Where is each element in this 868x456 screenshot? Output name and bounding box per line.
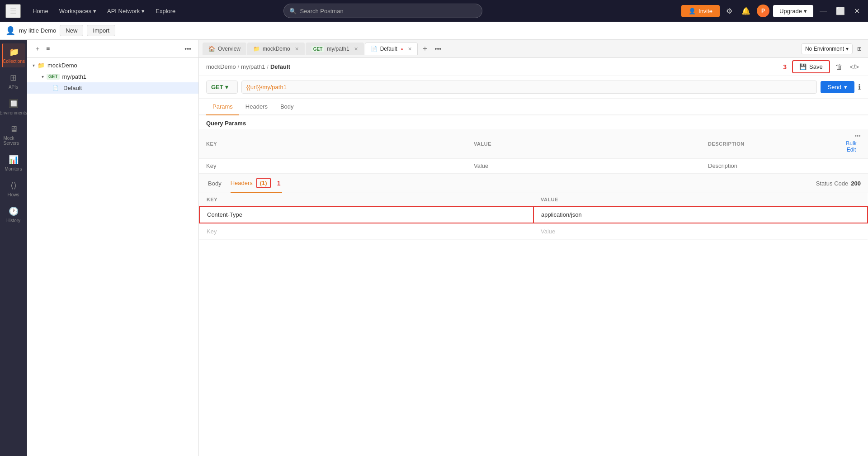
sidebar-item-environments[interactable]: 🔲 Environments xyxy=(2,95,25,119)
maximize-button[interactable]: ⬜ xyxy=(833,4,848,18)
close-button[interactable]: ✕ xyxy=(851,4,863,18)
collection-item[interactable]: ▾ 📁 mockDemo xyxy=(27,60,198,71)
default-item[interactable]: 📄 Default xyxy=(27,82,198,94)
key-input[interactable] xyxy=(206,162,459,169)
info-button[interactable]: ℹ xyxy=(858,83,861,91)
tree-container: ▾ 📁 mockDemo ▾ GET my/path1 📄 Default xyxy=(27,58,198,456)
sidebar-item-mock-servers[interactable]: 🖥 Mock Servers xyxy=(2,121,25,149)
overview-icon: 🏠 xyxy=(208,46,215,52)
request-tabs: Params Headers Body xyxy=(199,99,868,115)
delete-button[interactable]: 🗑 xyxy=(834,61,844,73)
user-plus-icon: 👤 xyxy=(689,8,696,14)
more-options-button[interactable]: ••• xyxy=(183,43,193,54)
tab-mockdemo[interactable]: 📁 mockDemo ✕ xyxy=(247,43,305,55)
filter-button[interactable]: ≡ xyxy=(44,43,52,55)
add-tab-button[interactable]: ＋ xyxy=(419,41,431,56)
method-selector[interactable]: GET ▾ xyxy=(206,81,238,94)
chevron-down-icon: ▾ xyxy=(844,84,847,90)
method-badge-get: GET xyxy=(47,74,60,80)
sidebar-item-apis[interactable]: ⊞ APIs xyxy=(2,69,25,93)
tab-overview[interactable]: 🏠 Overview xyxy=(203,43,246,55)
response-status: Status Code 200 xyxy=(816,180,861,187)
doc-icon: 📄 xyxy=(371,46,377,52)
response-headers-tab[interactable]: Headers (1) 1 xyxy=(231,174,283,193)
key-column-header: KEY xyxy=(199,193,533,206)
env-selector-container: No Environment ▾ ⊞ xyxy=(801,43,864,55)
collections-icon: 📁 xyxy=(9,47,19,57)
tab-label: mockDemo xyxy=(263,46,290,52)
trash-icon: 🗑 xyxy=(835,63,843,71)
path-item[interactable]: ▾ GET my/path1 xyxy=(27,71,198,82)
nav-home[interactable]: Home xyxy=(28,5,53,17)
url-input[interactable] xyxy=(241,81,817,94)
code-button[interactable]: </> xyxy=(848,62,861,72)
search-placeholder: Search Postman xyxy=(300,8,344,14)
env-label: No Environment xyxy=(805,46,844,52)
add-collection-button[interactable]: ＋ xyxy=(33,43,42,55)
path-name: my/path1 xyxy=(62,73,86,80)
request-bar: GET ▾ Send ▾ ℹ xyxy=(199,76,868,99)
folder-icon: 📁 xyxy=(253,46,260,52)
bell-icon: 🔔 xyxy=(741,7,750,15)
bulk-edit-button[interactable]: Bulk Edit xyxy=(842,138,861,155)
save-icon: 💾 xyxy=(799,63,807,70)
sidebar-item-history[interactable]: 🕐 History xyxy=(2,203,25,227)
chevron-down-icon: ▾ xyxy=(804,8,807,14)
nav-api-network[interactable]: API Network ▾ xyxy=(103,5,149,17)
search-bar[interactable]: 🔍 Search Postman xyxy=(283,4,482,18)
desc-input[interactable] xyxy=(708,162,827,169)
close-icon[interactable]: ✕ xyxy=(295,46,299,52)
minimize-button[interactable]: — xyxy=(817,4,830,18)
sidebar-item-label: Monitors xyxy=(5,166,22,171)
env-selector[interactable]: No Environment ▾ xyxy=(801,43,853,54)
sidebar-panel: ＋ ≡ ••• ▾ 📁 mockDemo ▾ GET my/path1 📄 De… xyxy=(27,40,199,456)
code-icon: </> xyxy=(850,63,859,71)
nav-workspaces[interactable]: Workspaces ▾ xyxy=(55,5,101,17)
chevron-down-icon: ▾ xyxy=(93,8,96,14)
flows-icon: ⟨⟩ xyxy=(10,180,17,190)
apis-icon: ⊞ xyxy=(10,73,17,83)
more-tabs-button[interactable]: ••• xyxy=(432,43,444,55)
breadcrumb-bar: mockDemo / my/path1 / Default 3 💾 Save 🗑… xyxy=(199,58,868,76)
status-code: 200 xyxy=(851,180,861,187)
monitors-icon: 📊 xyxy=(9,155,19,165)
tab-label: my/path1 xyxy=(327,46,349,52)
env-settings-button[interactable]: ⊞ xyxy=(854,43,864,55)
value-input[interactable] xyxy=(474,162,693,169)
bulk-edit-header: ••• Bulk Edit xyxy=(835,129,868,159)
sidebar-item-flows[interactable]: ⟨⟩ Flows xyxy=(2,177,25,201)
breadcrumb-actions: 3 💾 Save 🗑 </> xyxy=(783,60,861,73)
menu-button[interactable]: ☰ xyxy=(5,4,21,18)
breadcrumb-mockdemo[interactable]: mockDemo xyxy=(206,63,236,70)
settings-button[interactable]: ⚙ xyxy=(723,4,735,18)
user-avatar-icon: 👤 xyxy=(5,26,15,36)
req-tab-headers[interactable]: Headers xyxy=(239,99,274,115)
close-icon[interactable]: ✕ xyxy=(354,46,358,52)
send-button[interactable]: Send ▾ xyxy=(821,81,854,93)
invite-button[interactable]: 👤 Invite xyxy=(681,5,720,17)
sidebar-item-label: Environments xyxy=(0,110,27,115)
tab-mypath1[interactable]: GET my/path1 ✕ xyxy=(306,43,364,55)
sidebar-item-monitors[interactable]: 📊 Monitors xyxy=(2,151,25,175)
response-body-label[interactable]: Body xyxy=(208,176,222,190)
method-label: GET xyxy=(211,84,223,90)
tab-label: Default xyxy=(380,46,397,52)
save-button[interactable]: 💾 Save xyxy=(792,60,830,73)
query-params-title: Query Params xyxy=(199,115,868,129)
sidebar-item-collections[interactable]: 📁 Collections xyxy=(2,43,25,67)
more-options-icon[interactable]: ••• xyxy=(855,133,861,138)
breadcrumb-mypath1[interactable]: my/path1 xyxy=(241,63,265,70)
headers-count-badge: (1) xyxy=(256,178,271,188)
import-button[interactable]: Import xyxy=(87,25,115,36)
upgrade-button[interactable]: Upgrade ▾ xyxy=(773,5,813,17)
close-icon[interactable]: ✕ xyxy=(408,46,412,52)
new-button[interactable]: New xyxy=(60,25,83,36)
tab-default[interactable]: 📄 Default ● ✕ xyxy=(365,43,418,55)
req-tab-params[interactable]: Params xyxy=(206,99,239,115)
gear-icon: ⚙ xyxy=(726,7,732,15)
nav-explore[interactable]: Explore xyxy=(151,5,180,17)
key-column-header: KEY xyxy=(199,129,467,159)
req-tab-body[interactable]: Body xyxy=(274,99,300,115)
right-content: 🏠 Overview 📁 mockDemo ✕ GET my/path1 ✕ 📄… xyxy=(199,40,868,456)
notifications-button[interactable]: 🔔 xyxy=(739,4,753,18)
